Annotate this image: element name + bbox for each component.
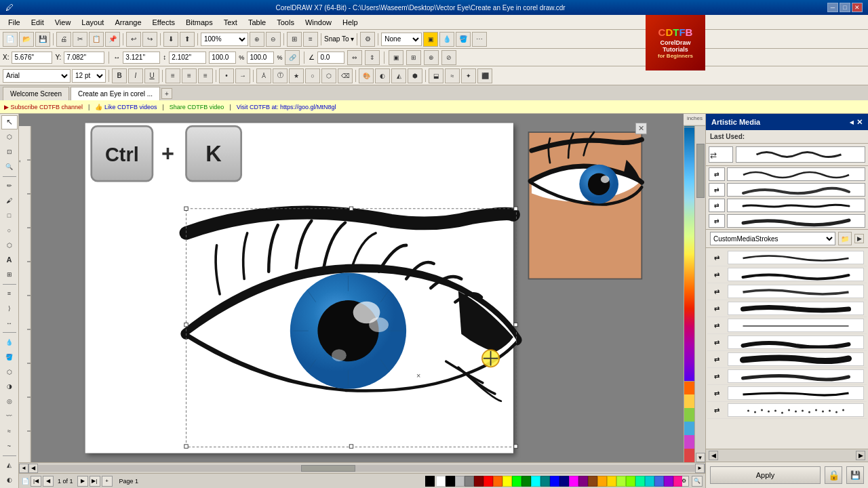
pal-purple[interactable]: [578, 476, 588, 487]
hscroll-left-btn[interactable]: ◄: [19, 464, 28, 473]
export-btn[interactable]: ⬆: [180, 32, 195, 47]
color-bar-purple[interactable]: [684, 435, 694, 449]
char-btn[interactable]: Å: [256, 68, 271, 83]
options-btn[interactable]: ⚙: [360, 32, 375, 47]
tool-parallel[interactable]: ≡: [1, 287, 18, 301]
paste-btn[interactable]: 📌: [105, 32, 120, 47]
distribute-btn[interactable]: ≡: [303, 32, 318, 47]
align-left-btn[interactable]: ≡: [165, 68, 180, 83]
panel-collapse-icon[interactable]: ◂: [850, 118, 854, 127]
cut-btn[interactable]: ✂: [73, 32, 87, 47]
pal-lime[interactable]: [512, 476, 521, 487]
save-btn[interactable]: 💾: [35, 32, 50, 47]
break-btn[interactable]: ⊘: [441, 50, 456, 65]
pal-gray[interactable]: [465, 476, 474, 487]
brush-list[interactable]: ⇄ ⇄ ⇄ ⇄: [706, 248, 868, 449]
menu-help[interactable]: Help: [337, 17, 363, 28]
font-name-dropdown[interactable]: Arial: [3, 69, 71, 83]
pal-greenyellow[interactable]: [616, 476, 626, 487]
pal-mediumspringgreen[interactable]: [635, 476, 645, 487]
w-input[interactable]: [123, 52, 160, 64]
tool-smear[interactable]: ~: [1, 439, 18, 453]
brush-item-6[interactable]: ⇄: [707, 334, 867, 351]
angle-input[interactable]: [317, 52, 344, 64]
mirror-v-btn[interactable]: ⇕: [365, 50, 380, 65]
color-btn[interactable]: ▣: [423, 32, 438, 47]
lu-arrows4[interactable]: ⇄: [709, 214, 725, 228]
pal-chartreuse[interactable]: [626, 476, 635, 487]
undo-btn[interactable]: ↩: [126, 32, 141, 47]
layers-btn[interactable]: ⬓: [429, 68, 443, 83]
first-page-btn[interactable]: |◀: [31, 476, 41, 487]
brush-item-9[interactable]: ⇄: [707, 385, 867, 402]
align-center-btn[interactable]: ≡: [182, 68, 197, 83]
new-tab-btn[interactable]: +: [161, 88, 172, 99]
indent-btn[interactable]: →: [235, 68, 250, 83]
combine-btn[interactable]: ⊕: [424, 50, 439, 65]
w-pct-input[interactable]: [209, 52, 236, 64]
infobar-visit[interactable]: Visit CDTFB at: https://goo.gl/MtN8gl: [237, 104, 336, 110]
scroll-down-btn[interactable]: ▼: [696, 453, 705, 462]
palette-none[interactable]: ⊘: [425, 476, 435, 487]
tool-warp[interactable]: 〰: [1, 409, 18, 424]
more-btn[interactable]: ⋯: [472, 32, 487, 47]
hscroll-right-btn[interactable]: ►: [695, 464, 705, 473]
maximize-button[interactable]: □: [840, 3, 850, 12]
pal-red[interactable]: [484, 476, 493, 487]
textfit-btn[interactable]: Ⓣ: [273, 68, 288, 83]
menu-tools[interactable]: Tools: [271, 17, 300, 28]
panel-scroll-right2[interactable]: ▶: [856, 451, 865, 460]
pal-gold[interactable]: [607, 476, 616, 487]
y-input[interactable]: [64, 52, 104, 64]
last-page-btn[interactable]: ▶|: [90, 476, 100, 487]
copy-btn[interactable]: 📋: [89, 32, 104, 47]
color-palette-btn[interactable]: 🎨: [359, 68, 374, 83]
menu-arrange[interactable]: Arrange: [109, 17, 146, 28]
tool-text[interactable]: A: [1, 253, 18, 267]
tool-crop[interactable]: ⊡: [1, 145, 18, 159]
lu-arrows3[interactable]: ⇄: [709, 199, 725, 212]
lock-ratio-btn[interactable]: 🔗: [285, 50, 300, 65]
h-pct-input[interactable]: [247, 52, 274, 64]
tool-smartfill[interactable]: ⬡: [1, 365, 18, 379]
pal-blue[interactable]: [550, 476, 559, 487]
lu-wave3[interactable]: [727, 199, 865, 212]
italic-btn[interactable]: I: [128, 68, 143, 83]
menu-effects[interactable]: Effects: [147, 17, 180, 28]
panel-expand-btn[interactable]: ▶: [854, 234, 864, 243]
none-dropdown[interactable]: None: [381, 33, 422, 46]
pal-maroon[interactable]: [474, 476, 484, 487]
color-bar-bottom[interactable]: [684, 381, 694, 394]
brush-item-10[interactable]: ⇄: [707, 402, 867, 419]
bold-btn[interactable]: B: [112, 68, 127, 83]
menu-edit[interactable]: Edit: [26, 17, 50, 28]
open-btn[interactable]: 📂: [19, 32, 34, 47]
pal-saddlebrown[interactable]: [588, 476, 597, 487]
tool-polygon[interactable]: ⬡: [1, 238, 18, 252]
brush-preview-arrows[interactable]: ⇄: [709, 146, 733, 163]
tool-rect[interactable]: □: [1, 208, 18, 222]
color-bar-yellow[interactable]: [684, 394, 694, 408]
brush-item-2[interactable]: ⇄: [707, 266, 867, 283]
menu-table[interactable]: Table: [243, 17, 271, 28]
pal-darkturquoise[interactable]: [645, 476, 654, 487]
tool-connector[interactable]: ⟩: [1, 302, 18, 316]
media-strokes-dropdown[interactable]: CustomMediaStrokes: [710, 232, 835, 245]
star-btn[interactable]: ★: [289, 68, 304, 83]
fill-btn[interactable]: 🪣: [456, 32, 471, 47]
tool-measure[interactable]: ↔: [1, 317, 18, 331]
infobar-like[interactable]: 👍 Like CDTFB videos: [95, 104, 157, 110]
tool-ellipse[interactable]: ○: [1, 223, 18, 237]
effects-btn[interactable]: ✦: [461, 68, 476, 83]
zoom-in-btn[interactable]: ⊕: [250, 32, 264, 47]
mirror-h-btn[interactable]: ⇔: [347, 50, 362, 65]
shadow-btn[interactable]: ◭: [391, 68, 406, 83]
tab-welcome[interactable]: Welcome Screen: [3, 87, 69, 100]
lu-wave2[interactable]: [727, 183, 865, 197]
menu-view[interactable]: View: [50, 17, 77, 28]
font-size-dropdown[interactable]: 12 pt: [72, 69, 106, 83]
ungroup-btn[interactable]: ⊞: [406, 50, 421, 65]
print-btn[interactable]: 🖨: [56, 32, 71, 47]
brush-item-7[interactable]: ⇄: [707, 351, 867, 368]
next-page-btn[interactable]: ▶: [77, 476, 88, 487]
